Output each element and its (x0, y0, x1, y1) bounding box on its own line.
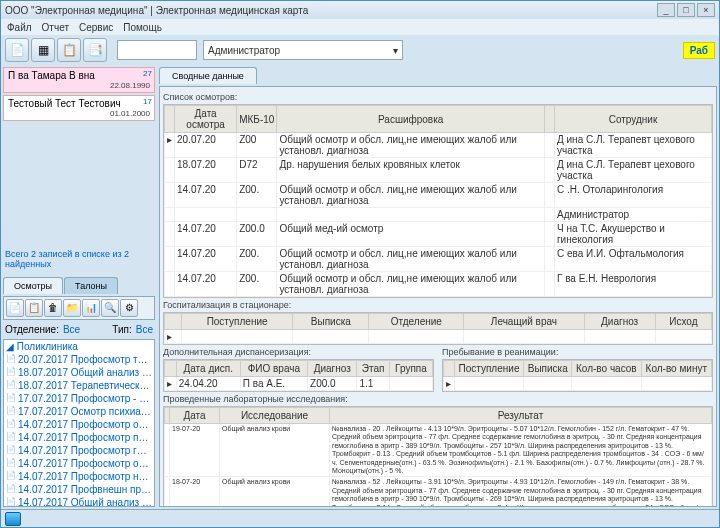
tree-item[interactable]: 14.07.2017 Профосмотр гинеколога - Чекуш (4, 444, 154, 457)
patient-name: П ва Тамара В вна (8, 70, 150, 81)
ltool-4-icon[interactable]: 📁 (63, 299, 81, 317)
filter-row: Отделение: Все Тип: Все (3, 322, 155, 337)
filter-type[interactable]: Все (136, 324, 153, 335)
table-row[interactable]: ▸20.07.20Z00Общий осмотр и обсл. лиц,не … (165, 133, 712, 158)
rean-table: ПоступлениеВыпискаКол-во часовКол-во мин… (443, 360, 712, 391)
tab-osmotry[interactable]: Осмотры (3, 277, 63, 294)
ltool-7-icon[interactable]: ⚙ (120, 299, 138, 317)
tree-item[interactable]: 14.07.2017 Профосмотр отоларинголога - О (4, 418, 154, 431)
menu-help[interactable]: Помощь (123, 22, 162, 33)
section-rean: Пребывание в реанимации: (442, 347, 713, 357)
ltool-6-icon[interactable]: 🔍 (101, 299, 119, 317)
window-title: ООО "Электронная медицина" | Электронная… (5, 5, 308, 16)
tree-item[interactable]: 14.07.2017 Профосмотр при трудоустройст (4, 431, 154, 444)
mode-badge: Раб (683, 42, 715, 59)
maximize-button[interactable]: □ (677, 3, 695, 17)
tree-item[interactable]: 14.07.2017 Профосмотр офтальмолога - Си (4, 457, 154, 470)
table-row[interactable]: 18.07.20D72Др. нарушения белых кровяных … (165, 158, 712, 183)
tree-item[interactable]: 14.07.2017 Профвнешн при трудоустройств (4, 483, 154, 496)
exams-table: Дата осмотраМКБ-10РасшифровкаСотрудник ▸… (164, 105, 712, 297)
tool-list-icon[interactable]: 📑 (83, 38, 107, 62)
close-button[interactable]: × (697, 3, 715, 17)
patient-card[interactable]: 27 П ва Тамара В вна 22.08.1990 (3, 67, 155, 93)
tool-new-icon[interactable]: 📄 (5, 38, 29, 62)
records-found: Всего 2 записей в списке из 2 найденных (3, 245, 155, 273)
table-row[interactable]: 18-07-20Общий анализ крови№анализа - 52 … (165, 477, 712, 507)
empty-combo[interactable] (117, 40, 197, 60)
statusbar (1, 509, 719, 527)
tree-item[interactable]: 14.07.2017 Общий анализ крови - Дыдалин (4, 496, 154, 507)
table-row[interactable]: 19-07-20Общий анализ крови№анализа - 20 … (165, 424, 712, 477)
section-hosp: Госпитализация в стационаре: (163, 300, 713, 310)
main-toolbar: 📄 ▦ 📋 📑 Администратор▾ Раб (1, 35, 719, 65)
left-toolbar: 📄 📋 🗑 📁 📊 🔍 ⚙ (3, 296, 155, 320)
titlebar: ООО "Электронная медицина" | Электронная… (1, 1, 719, 19)
minimize-button[interactable]: _ (657, 3, 675, 17)
tool-grid-icon[interactable]: ▦ (31, 38, 55, 62)
filter-dept[interactable]: Все (63, 324, 80, 335)
status-button[interactable] (5, 512, 21, 526)
table-row[interactable]: 14.07.20Z00.Общий осмотр и обсл. лиц,не … (165, 183, 712, 208)
hosp-table: ПоступлениеВыпискаОтделениеЛечащий врачД… (164, 313, 712, 344)
menubar: Файл Отчет Сервис Помощь (1, 19, 719, 35)
ltool-2-icon[interactable]: 📋 (25, 299, 43, 317)
tab-summary[interactable]: Сводные данные (159, 67, 257, 84)
visit-tree[interactable]: ◢ Поликлиника 20.07.2017 Профосмотр тера… (3, 339, 155, 507)
table-row[interactable]: 14.07.20Z00.Общий осмотр и обсл. лиц,не … (165, 247, 712, 272)
tool-doc-icon[interactable]: 📋 (57, 38, 81, 62)
table-row[interactable]: 14.07.20Z00.Общий осмотр и обсл. лиц,не … (165, 272, 712, 297)
tree-item[interactable]: 18.07.2017 Терапевтический осмотр - Дыдо (4, 379, 154, 392)
labs-table: ДатаИсследованиеРезультат 19-07-20Общий … (164, 407, 712, 507)
tree-item[interactable]: 20.07.2017 Профосмотр терапевта - Дыдал (4, 353, 154, 366)
section-disp: Дополнительная диспансеризация: (163, 347, 434, 357)
menu-file[interactable]: Файл (7, 22, 32, 33)
tree-item[interactable]: 14.07.2017 Профосмотр невролога - Губина (4, 470, 154, 483)
table-row[interactable]: 14.07.20Z00.0Общий мед-ий осмотрЧ на Т.С… (165, 222, 712, 247)
table-row[interactable]: Администратор (165, 208, 712, 222)
tree-item[interactable]: 17.07.2017 Профосмотр - Обыданов В.Л. (4, 392, 154, 405)
tree-root[interactable]: ◢ Поликлиника (4, 340, 154, 353)
menu-report[interactable]: Отчет (42, 22, 69, 33)
tree-item[interactable]: 17.07.2017 Осмотр психиатра - Обыданов В… (4, 405, 154, 418)
tab-talony[interactable]: Талоны (64, 277, 118, 294)
section-labs: Проведенные лабораторные исследования: (163, 394, 713, 404)
menu-service[interactable]: Сервис (79, 22, 113, 33)
patient-card[interactable]: 17 Тестовый Тест Тестович 01.01.2000 (3, 95, 155, 121)
patient-name: Тестовый Тест Тестович (8, 98, 150, 109)
section-exams: Список осмотров: (163, 92, 713, 102)
ltool-1-icon[interactable]: 📄 (6, 299, 24, 317)
admin-combo[interactable]: Администратор▾ (203, 40, 403, 60)
ltool-5-icon[interactable]: 📊 (82, 299, 100, 317)
tree-item[interactable]: 18.07.2017 Общий анализ крови - Дыдалин (4, 366, 154, 379)
ltool-3-icon[interactable]: 🗑 (44, 299, 62, 317)
disp-table: Дата дисп.ФИО врачаДиагнозЭтапГруппа ▸24… (164, 360, 433, 391)
